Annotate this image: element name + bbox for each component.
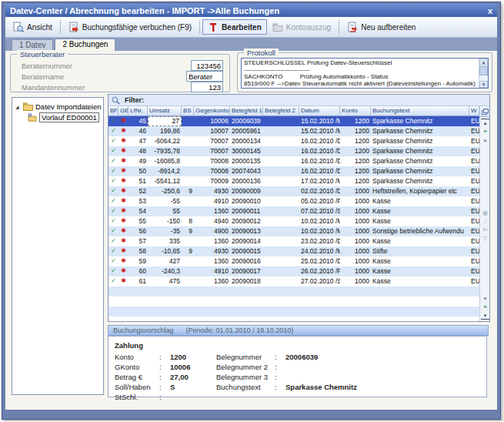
- tree-expander-icon[interactable]: ◢: [15, 104, 21, 109]
- cell-lfnr: 52: [129, 186, 148, 196]
- cell-belegfeld1: 20090015: [230, 246, 263, 256]
- filter-row[interactable]: Filter:: [108, 95, 489, 106]
- col-header-gegenkonto[interactable]: Gegenkonto: [194, 106, 230, 116]
- cell-belegfeld2: [263, 196, 299, 206]
- cell-gegenkonto: 4940: [194, 216, 230, 226]
- cell-buchungstext: Kasse: [371, 256, 469, 266]
- col-header-belegfeld2[interactable]: Belegfeld 2: [263, 106, 299, 116]
- cell-bs: [182, 176, 194, 186]
- table-row[interactable]: ✓✱5942713602009001625.02.2010 /Do1000Kas…: [108, 256, 479, 266]
- window-title: Datev-Center / Abrechnung bearbeiten - I…: [10, 6, 279, 15]
- col-header-gb[interactable]: GB: [118, 106, 129, 116]
- cancel-star-icon: ✱: [118, 186, 129, 196]
- scroll-first-icon[interactable]: ▴: [481, 119, 489, 126]
- protokoll-scrollbar[interactable]: ▲ ▼: [479, 59, 488, 88]
- search-icon[interactable]: ○: [481, 218, 489, 225]
- column-chooser-icon[interactable]: [480, 106, 489, 117]
- cell-umsatz: -35: [148, 226, 182, 236]
- protokoll-textarea[interactable]: STEUERSCHLÜSSEL Prüfung Datev-Steuerschl…: [241, 58, 489, 89]
- beratername-field[interactable]: [186, 71, 223, 82]
- col-header-buchungstext[interactable]: Buchungstext: [371, 106, 469, 116]
- table-row[interactable]: ✓✱4527100062000603915.02.2010 /Mo1200Spa…: [108, 116, 479, 126]
- mandantennummer-label: Mandantennummer: [22, 83, 85, 92]
- scroll-last-icon[interactable]: ▾: [481, 312, 489, 320]
- calculator-icon[interactable]: ▦: [481, 209, 489, 216]
- insert-row-icon[interactable]: +: [481, 128, 489, 135]
- table-row[interactable]: ✓✱545513602009001107.02.2010 /So1000Kass…: [108, 206, 479, 216]
- scroll-prev-icon[interactable]: ▴: [481, 136, 489, 143]
- table-row[interactable]: ✓✱49-16085,8700082000013516.02.2010 /Di1…: [108, 156, 479, 166]
- table-row[interactable]: ✓✱48-7935,78700073000014516.02.2010 /Di1…: [108, 146, 479, 156]
- col-header-lfnr[interactable]: LfNr.: [129, 106, 148, 116]
- scrollbar-thumb[interactable]: [479, 66, 488, 75]
- col-header-belegfeld1[interactable]: Belegfeld 1: [230, 106, 263, 116]
- cell-bs: 9: [182, 186, 194, 196]
- buchungstext-value: Sparkasse Chemnitz: [285, 383, 357, 391]
- cell-w: EU: [469, 226, 479, 236]
- cell-belegfeld2: [263, 256, 299, 266]
- grid-body: ✓✱4527100062000603915.02.2010 /Mo1200Spa…: [108, 116, 479, 321]
- posted-check-icon: ✓: [108, 126, 118, 136]
- cell-konto: 1000: [340, 246, 371, 256]
- col-header-bf[interactable]: BF: [108, 106, 118, 116]
- table-row[interactable]: ✓✱56-35949002009001310.02.2010 /Mi1000So…: [108, 226, 479, 236]
- neu-aufbereiten-button[interactable]: Neu aufbereiten: [342, 19, 421, 35]
- table-row[interactable]: ✓✱58-10,65949302009001524.02.2010 /Mi100…: [108, 246, 479, 256]
- tab-datev[interactable]: 1 Datev: [12, 39, 53, 51]
- zahlung-section-title: Zahlung: [115, 341, 143, 350]
- cell-belegfeld1: 20090013: [230, 226, 263, 236]
- verbuchen-button[interactable]: Buchungsfähige verbuchen (F9): [63, 19, 197, 35]
- ansicht-button[interactable]: Ansicht: [8, 19, 58, 35]
- tree-item-vorlauf[interactable]: Vorlauf ED00001: [12, 112, 103, 122]
- cell-umsatz: -55: [148, 196, 182, 206]
- cell-umsatz: -7935,78: [148, 146, 182, 156]
- table-row[interactable]: ✓✱5733513602009001423.02.2010 /Di1000Kas…: [108, 236, 479, 246]
- col-header-w[interactable]: W: [469, 106, 479, 116]
- col-header-konto[interactable]: Konto: [340, 106, 371, 116]
- cell-belegfeld2: [263, 126, 299, 136]
- toolbar-separator: [339, 20, 339, 34]
- cell-datum: 27.02.2010 /Sa: [299, 276, 340, 286]
- scroll-next-icon[interactable]: ▾: [481, 295, 489, 302]
- table-row[interactable]: ✓✱53-5549102009001005.02.2010 /Fr1000Kas…: [108, 196, 479, 206]
- scroll-up-icon[interactable]: ▲: [479, 59, 488, 65]
- table-row[interactable]: ✓✱60-240,349102009001726.02.2010 /Fr1000…: [108, 266, 479, 276]
- toolbar-separator: [199, 20, 200, 34]
- table-row[interactable]: ✓✱55-150849402009001210.02.2010 /Mi1000K…: [108, 216, 479, 226]
- mandantennummer-field[interactable]: [191, 82, 223, 92]
- table-row[interactable]: ✓✱6147513602009001827.02.2010 /Sa1000Kas…: [108, 276, 479, 286]
- beraternummer-field[interactable]: [191, 60, 223, 71]
- table-row[interactable]: ✓✱47-6064,22700072000013416.02.2010 /Di1…: [108, 136, 479, 146]
- append-row-icon[interactable]: +: [481, 303, 489, 310]
- cell-belegfeld2: [263, 176, 299, 186]
- cell-w: EU: [469, 206, 479, 216]
- cell-buchungstext: Kasse: [371, 196, 469, 206]
- table-row[interactable]: ✓✱46199,86100072000596115.02.2010 /Mo120…: [108, 126, 479, 136]
- scroll-down-icon[interactable]: ▼: [479, 81, 488, 88]
- col-header-bs[interactable]: BS: [182, 106, 194, 116]
- booking-info-icon[interactable]: BA: [481, 226, 489, 233]
- soll-haben-label: Soll/Haben: [115, 383, 159, 391]
- bookings-grid: Filter: BFGBLfNr.UmsatzBSGegenkontoBeleg…: [108, 94, 490, 322]
- tab-buchungen[interactable]: 2 Buchungen: [55, 39, 115, 51]
- filter-funnel-icon[interactable]: ▽: [481, 235, 489, 242]
- gkonto-value: 10006: [170, 363, 190, 371]
- table-row[interactable]: ✓✱52-250,6949302009000902.02.2010 /Di100…: [108, 186, 479, 196]
- tree-item-importdateien[interactable]: ◢ Datev Importdateien: [12, 101, 103, 112]
- col-header-umsatz[interactable]: Umsatz: [148, 106, 182, 116]
- buchungsvorschlag-periode: (Periode: 01.01.2010 / 19.10.2010): [186, 327, 294, 334]
- table-row[interactable]: ✓✱50-8914,2700082007404316.02.2010 /Di12…: [108, 166, 479, 176]
- close-button[interactable]: x: [488, 6, 492, 15]
- ansicht-label: Ansicht: [27, 23, 52, 32]
- cancel-star-icon: ✱: [118, 116, 129, 126]
- cell-w: EU: [469, 146, 479, 156]
- bearbeiten-button[interactable]: Bearbeiten: [202, 19, 267, 35]
- cell-konto: 1000: [340, 196, 371, 206]
- cell-konto: 1200: [340, 176, 371, 186]
- cell-belegfeld2: [263, 186, 299, 196]
- cell-belegfeld2: [263, 276, 299, 286]
- cell-belegfeld1: 30000145: [230, 146, 263, 156]
- col-header-datum[interactable]: Datum: [299, 106, 340, 116]
- table-row[interactable]: ✓✱51-5541,12700092000013617.02.2010 /Mi1…: [108, 176, 479, 186]
- cancel-star-icon: ✱: [118, 126, 129, 136]
